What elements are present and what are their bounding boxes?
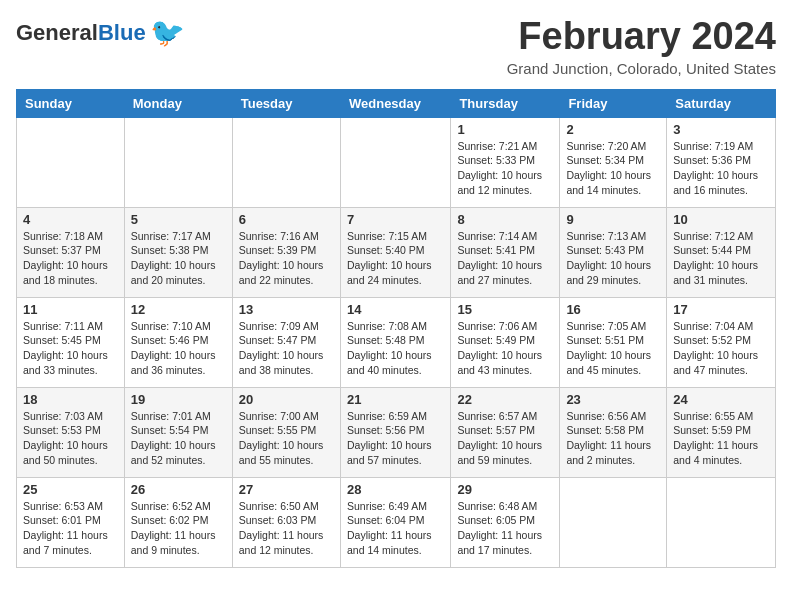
table-row: 4Sunrise: 7:18 AM Sunset: 5:37 PM Daylig…: [17, 207, 125, 297]
day-info: Sunrise: 6:48 AM Sunset: 6:05 PM Dayligh…: [457, 499, 553, 558]
table-row: [124, 117, 232, 207]
table-row: 22Sunrise: 6:57 AM Sunset: 5:57 PM Dayli…: [451, 387, 560, 477]
day-info: Sunrise: 7:10 AM Sunset: 5:46 PM Dayligh…: [131, 319, 226, 378]
month-year-title: February 2024: [507, 16, 776, 58]
day-number: 4: [23, 212, 118, 227]
day-info: Sunrise: 7:00 AM Sunset: 5:55 PM Dayligh…: [239, 409, 334, 468]
table-row: [667, 477, 776, 567]
calendar-header-row: Sunday Monday Tuesday Wednesday Thursday…: [17, 89, 776, 117]
header-tuesday: Tuesday: [232, 89, 340, 117]
header-sunday: Sunday: [17, 89, 125, 117]
table-row: 16Sunrise: 7:05 AM Sunset: 5:51 PM Dayli…: [560, 297, 667, 387]
logo-general: General: [16, 20, 98, 45]
table-row: 7Sunrise: 7:15 AM Sunset: 5:40 PM Daylig…: [340, 207, 450, 297]
table-row: [232, 117, 340, 207]
day-info: Sunrise: 7:21 AM Sunset: 5:33 PM Dayligh…: [457, 139, 553, 198]
day-info: Sunrise: 7:20 AM Sunset: 5:34 PM Dayligh…: [566, 139, 660, 198]
logo-text: GeneralBlue: [16, 22, 146, 44]
table-row: 14Sunrise: 7:08 AM Sunset: 5:48 PM Dayli…: [340, 297, 450, 387]
day-number: 17: [673, 302, 769, 317]
day-info: Sunrise: 6:53 AM Sunset: 6:01 PM Dayligh…: [23, 499, 118, 558]
table-row: 12Sunrise: 7:10 AM Sunset: 5:46 PM Dayli…: [124, 297, 232, 387]
day-number: 22: [457, 392, 553, 407]
day-number: 9: [566, 212, 660, 227]
day-info: Sunrise: 7:08 AM Sunset: 5:48 PM Dayligh…: [347, 319, 444, 378]
day-info: Sunrise: 6:56 AM Sunset: 5:58 PM Dayligh…: [566, 409, 660, 468]
day-info: Sunrise: 6:49 AM Sunset: 6:04 PM Dayligh…: [347, 499, 444, 558]
table-row: 9Sunrise: 7:13 AM Sunset: 5:43 PM Daylig…: [560, 207, 667, 297]
day-info: Sunrise: 7:05 AM Sunset: 5:51 PM Dayligh…: [566, 319, 660, 378]
day-info: Sunrise: 7:11 AM Sunset: 5:45 PM Dayligh…: [23, 319, 118, 378]
day-number: 25: [23, 482, 118, 497]
table-row: 5Sunrise: 7:17 AM Sunset: 5:38 PM Daylig…: [124, 207, 232, 297]
day-number: 13: [239, 302, 334, 317]
header-thursday: Thursday: [451, 89, 560, 117]
table-row: 2Sunrise: 7:20 AM Sunset: 5:34 PM Daylig…: [560, 117, 667, 207]
day-info: Sunrise: 7:14 AM Sunset: 5:41 PM Dayligh…: [457, 229, 553, 288]
day-number: 20: [239, 392, 334, 407]
table-row: 18Sunrise: 7:03 AM Sunset: 5:53 PM Dayli…: [17, 387, 125, 477]
day-number: 1: [457, 122, 553, 137]
day-info: Sunrise: 6:52 AM Sunset: 6:02 PM Dayligh…: [131, 499, 226, 558]
day-number: 19: [131, 392, 226, 407]
table-row: 17Sunrise: 7:04 AM Sunset: 5:52 PM Dayli…: [667, 297, 776, 387]
calendar-week-row: 25Sunrise: 6:53 AM Sunset: 6:01 PM Dayli…: [17, 477, 776, 567]
day-number: 28: [347, 482, 444, 497]
day-number: 21: [347, 392, 444, 407]
day-number: 16: [566, 302, 660, 317]
logo-blue: Blue: [98, 20, 146, 45]
header-friday: Friday: [560, 89, 667, 117]
day-number: 2: [566, 122, 660, 137]
day-info: Sunrise: 7:09 AM Sunset: 5:47 PM Dayligh…: [239, 319, 334, 378]
table-row: 26Sunrise: 6:52 AM Sunset: 6:02 PM Dayli…: [124, 477, 232, 567]
table-row: [17, 117, 125, 207]
table-row: [340, 117, 450, 207]
day-info: Sunrise: 7:01 AM Sunset: 5:54 PM Dayligh…: [131, 409, 226, 468]
day-info: Sunrise: 6:57 AM Sunset: 5:57 PM Dayligh…: [457, 409, 553, 468]
page-header: GeneralBlue 🐦 February 2024 Grand Juncti…: [16, 16, 776, 77]
logo: GeneralBlue 🐦: [16, 16, 185, 49]
calendar-table: Sunday Monday Tuesday Wednesday Thursday…: [16, 89, 776, 568]
header-saturday: Saturday: [667, 89, 776, 117]
table-row: 21Sunrise: 6:59 AM Sunset: 5:56 PM Dayli…: [340, 387, 450, 477]
logo-bird-icon: 🐦: [150, 16, 185, 49]
table-row: 24Sunrise: 6:55 AM Sunset: 5:59 PM Dayli…: [667, 387, 776, 477]
day-number: 8: [457, 212, 553, 227]
day-info: Sunrise: 7:03 AM Sunset: 5:53 PM Dayligh…: [23, 409, 118, 468]
title-section: February 2024 Grand Junction, Colorado, …: [507, 16, 776, 77]
table-row: 13Sunrise: 7:09 AM Sunset: 5:47 PM Dayli…: [232, 297, 340, 387]
day-info: Sunrise: 7:19 AM Sunset: 5:36 PM Dayligh…: [673, 139, 769, 198]
day-info: Sunrise: 7:15 AM Sunset: 5:40 PM Dayligh…: [347, 229, 444, 288]
calendar-week-row: 1Sunrise: 7:21 AM Sunset: 5:33 PM Daylig…: [17, 117, 776, 207]
day-number: 10: [673, 212, 769, 227]
day-number: 26: [131, 482, 226, 497]
day-info: Sunrise: 7:18 AM Sunset: 5:37 PM Dayligh…: [23, 229, 118, 288]
table-row: 19Sunrise: 7:01 AM Sunset: 5:54 PM Dayli…: [124, 387, 232, 477]
day-number: 27: [239, 482, 334, 497]
day-number: 5: [131, 212, 226, 227]
day-info: Sunrise: 6:59 AM Sunset: 5:56 PM Dayligh…: [347, 409, 444, 468]
table-row: 10Sunrise: 7:12 AM Sunset: 5:44 PM Dayli…: [667, 207, 776, 297]
table-row: 1Sunrise: 7:21 AM Sunset: 5:33 PM Daylig…: [451, 117, 560, 207]
calendar-week-row: 18Sunrise: 7:03 AM Sunset: 5:53 PM Dayli…: [17, 387, 776, 477]
table-row: 11Sunrise: 7:11 AM Sunset: 5:45 PM Dayli…: [17, 297, 125, 387]
day-info: Sunrise: 6:50 AM Sunset: 6:03 PM Dayligh…: [239, 499, 334, 558]
day-number: 24: [673, 392, 769, 407]
header-wednesday: Wednesday: [340, 89, 450, 117]
location-subtitle: Grand Junction, Colorado, United States: [507, 60, 776, 77]
day-info: Sunrise: 7:17 AM Sunset: 5:38 PM Dayligh…: [131, 229, 226, 288]
day-number: 29: [457, 482, 553, 497]
calendar-week-row: 11Sunrise: 7:11 AM Sunset: 5:45 PM Dayli…: [17, 297, 776, 387]
day-info: Sunrise: 7:16 AM Sunset: 5:39 PM Dayligh…: [239, 229, 334, 288]
table-row: 8Sunrise: 7:14 AM Sunset: 5:41 PM Daylig…: [451, 207, 560, 297]
table-row: 20Sunrise: 7:00 AM Sunset: 5:55 PM Dayli…: [232, 387, 340, 477]
header-monday: Monday: [124, 89, 232, 117]
table-row: 3Sunrise: 7:19 AM Sunset: 5:36 PM Daylig…: [667, 117, 776, 207]
day-number: 6: [239, 212, 334, 227]
table-row: 25Sunrise: 6:53 AM Sunset: 6:01 PM Dayli…: [17, 477, 125, 567]
day-number: 3: [673, 122, 769, 137]
table-row: [560, 477, 667, 567]
day-number: 14: [347, 302, 444, 317]
table-row: 15Sunrise: 7:06 AM Sunset: 5:49 PM Dayli…: [451, 297, 560, 387]
table-row: 27Sunrise: 6:50 AM Sunset: 6:03 PM Dayli…: [232, 477, 340, 567]
